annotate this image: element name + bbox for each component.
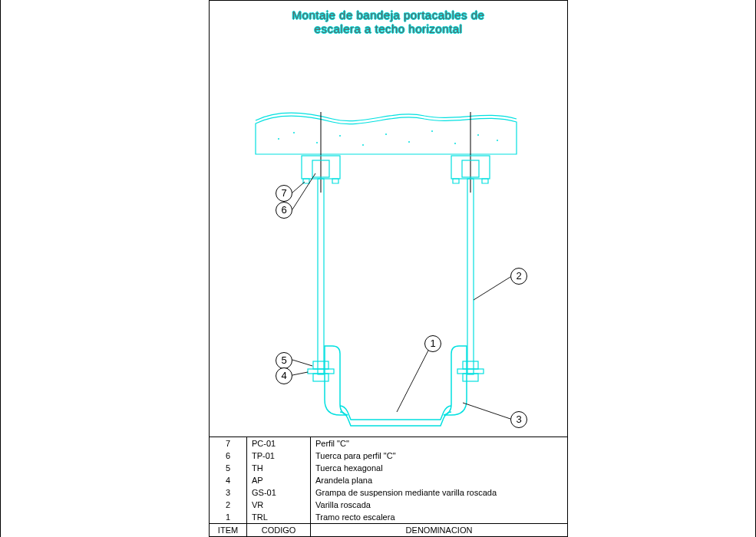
page-border-left [0, 0, 1, 537]
callout-bubble: 3 [510, 411, 527, 428]
ceiling-slab [256, 113, 517, 154]
drawing-svg [210, 39, 569, 446]
header-desc: DENOMINACION [311, 524, 568, 537]
svg-point-10 [497, 140, 498, 141]
cell-desc: Varilla roscada [311, 499, 568, 511]
cell-item: 4 [210, 474, 247, 486]
parts-list: 7 PC-01 Perfil "C" 6 TP-01 Tuerca para p… [210, 437, 567, 536]
cell-code: GS-01 [247, 486, 311, 499]
table-row: 4 AP Arandela plana [210, 474, 567, 486]
cell-code: AP [247, 474, 311, 486]
callout-6: 6 [276, 202, 292, 219]
header-item: ITEM [210, 524, 247, 537]
svg-line-28 [292, 360, 312, 366]
callout-bubble: 7 [276, 185, 292, 202]
table-header-row: ITEM CODIGO DENOMINACION [210, 524, 567, 537]
svg-rect-17 [318, 179, 324, 374]
svg-point-5 [385, 133, 387, 135]
svg-point-8 [454, 143, 456, 144]
cell-desc: Grampa de suspension mediante varilla ro… [311, 486, 568, 499]
svg-rect-23 [463, 361, 478, 369]
cell-desc: Tramo recto escalera [311, 511, 568, 524]
ladder-tray [340, 406, 451, 426]
cell-code: TP-01 [247, 450, 311, 462]
drawing-title: Montaje de bandeja portacables de escale… [210, 8, 567, 36]
svg-point-1 [293, 132, 295, 133]
callout-2: 2 [510, 268, 527, 285]
svg-point-2 [316, 142, 318, 143]
parts-table: 7 PC-01 Perfil "C" 6 TP-01 Tuerca para p… [210, 437, 567, 536]
header-code: CODIGO [247, 524, 311, 537]
svg-point-9 [477, 134, 479, 136]
svg-line-30 [397, 346, 431, 412]
table-row: 7 PC-01 Perfil "C" [210, 437, 567, 450]
callout-3: 3 [510, 411, 527, 428]
cell-item: 5 [210, 462, 247, 474]
svg-point-6 [408, 141, 410, 143]
cell-item: 2 [210, 499, 247, 511]
table-row: 1 TRL Tramo recto escalera [210, 511, 567, 524]
title-line-1: Montaje de bandeja portacables de [292, 8, 485, 21]
callout-7: 7 [276, 185, 292, 202]
svg-point-7 [431, 130, 433, 132]
callout-1: 1 [424, 335, 441, 352]
title-line-2: escalera a techo horizontal [315, 22, 463, 35]
svg-rect-20 [313, 361, 328, 369]
fasteners-right [457, 361, 484, 381]
cell-item: 3 [210, 486, 247, 499]
callout-bubble: 1 [424, 335, 441, 352]
svg-rect-22 [457, 369, 484, 374]
svg-rect-19 [308, 369, 334, 374]
technical-drawing: 7 6 2 5 4 1 3 [210, 39, 569, 446]
callout-bubble: 6 [276, 202, 292, 219]
svg-point-4 [362, 144, 364, 146]
callout-5: 5 [276, 352, 292, 369]
cell-code: TRL [247, 511, 311, 524]
cell-desc: Arandela plana [311, 474, 568, 486]
cell-code: VR [247, 499, 311, 511]
table-row: 6 TP-01 Tuerca para perfil "C" [210, 450, 567, 462]
svg-line-29 [292, 372, 308, 375]
cell-code: PC-01 [247, 437, 311, 450]
svg-rect-18 [467, 179, 474, 374]
fasteners-left [308, 361, 334, 381]
svg-point-3 [339, 135, 341, 137]
cell-desc: Perfil "C" [311, 437, 568, 450]
svg-line-31 [463, 403, 510, 419]
threaded-rods [318, 179, 474, 374]
cell-desc: Tuerca hexagonal [311, 462, 568, 474]
cell-code: TH [247, 462, 311, 474]
svg-point-0 [278, 138, 279, 140]
callout-4: 4 [276, 367, 292, 384]
callout-bubble: 4 [276, 367, 292, 384]
table-row: 2 VR Varilla roscada [210, 499, 567, 511]
cell-item: 6 [210, 450, 247, 462]
cell-item: 1 [210, 511, 247, 524]
callout-bubble: 2 [510, 268, 527, 285]
svg-line-27 [474, 277, 510, 300]
svg-line-25 [292, 182, 305, 193]
cell-desc: Tuerca para perfil "C" [311, 450, 568, 462]
table-row: 5 TH Tuerca hexagonal [210, 462, 567, 474]
cell-item: 7 [210, 437, 247, 450]
drawing-sheet: Montaje de bandeja portacables de escale… [209, 0, 568, 537]
callout-bubble: 5 [276, 352, 292, 369]
table-row: 3 GS-01 Grampa de suspension mediante va… [210, 486, 567, 499]
